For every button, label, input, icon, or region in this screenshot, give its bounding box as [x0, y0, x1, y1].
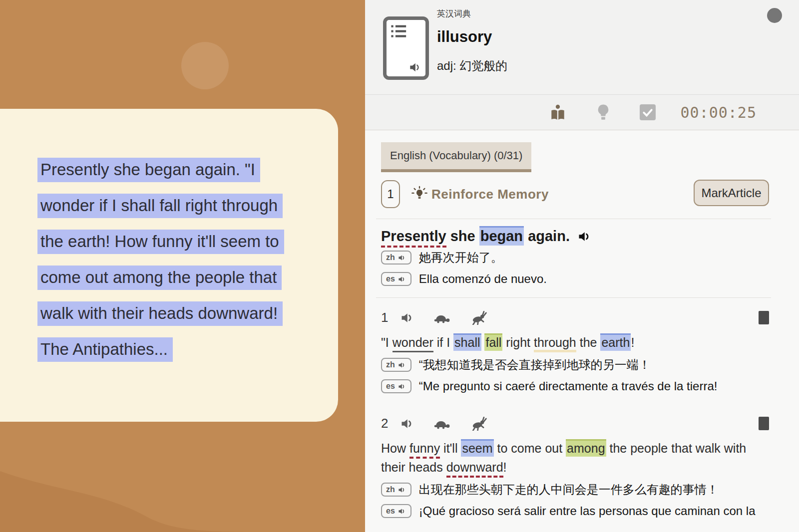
vocab-word[interactable]: earth	[600, 333, 631, 351]
vocab-word[interactable]: among	[566, 439, 606, 457]
reader-card: Presently she began again. "I wonder if …	[0, 109, 338, 422]
es-label: es	[386, 274, 395, 283]
turtle-icon[interactable]	[431, 311, 450, 325]
flashcard-icon[interactable]	[383, 16, 429, 80]
translation-row-es: es Ella comenzó de nuevo.	[381, 270, 771, 287]
sentence-item-1: 1	[381, 310, 771, 395]
lightbulb-icon[interactable]	[596, 104, 611, 121]
selected-text[interactable]: Presently she began again. "I	[37, 158, 260, 182]
es-label: es	[386, 507, 395, 516]
status-dot	[767, 8, 782, 23]
speaker-icon	[398, 275, 406, 283]
vocab-word[interactable]: funny	[409, 441, 440, 459]
reading-book-icon[interactable]	[549, 104, 567, 121]
zh-translation: 出现在那些头朝下走的人中间会是一件多么有趣的事情！	[419, 481, 719, 498]
check-square-icon[interactable]	[640, 104, 656, 120]
item-sentence: "I wonder if I shall fall right through …	[381, 333, 771, 352]
selected-text[interactable]: come out among the people that	[37, 266, 282, 290]
item-sentence: How funny it'll seem to come out among t…	[381, 439, 771, 477]
es-translation: ¡Qué gracioso será salir entre las perso…	[419, 503, 756, 520]
selected-text-line: walk with their heads downward!	[37, 301, 338, 326]
item-header: 2	[381, 416, 771, 431]
vocab-word[interactable]: shall	[453, 333, 481, 351]
selected-text-line: come out among the people that	[37, 266, 338, 290]
rabbit-icon[interactable]	[469, 311, 488, 325]
zh-label: zh	[386, 253, 395, 262]
vocab-word[interactable]: through	[534, 335, 576, 352]
zh-translation: 她再次开始了。	[419, 249, 503, 266]
reinforce-memory-label: Reinforce Memory	[431, 187, 549, 202]
sentence-speaker-icon[interactable]	[578, 230, 593, 243]
item-speaker-icon[interactable]	[400, 417, 415, 430]
item-header: 1	[381, 310, 771, 325]
round-counter[interactable]: 1	[381, 180, 400, 208]
zh-label: zh	[386, 360, 395, 369]
controls-row: 1 Reinforce Memory MarkArticle	[381, 180, 771, 209]
study-content: English (Vocabulary) (0/31) 1 Reinforce …	[365, 130, 799, 532]
headword: illusory	[437, 28, 507, 46]
es-translation: “Me pregunto si caeré directamente a tra…	[419, 378, 718, 395]
selected-text[interactable]: The Antipathies...	[37, 337, 173, 362]
translation-row-zh: zh 出现在那些头朝下走的人中间会是一件多么有趣的事情！	[381, 481, 771, 498]
zh-audio-badge[interactable]: zh	[381, 251, 411, 265]
item-speaker-icon[interactable]	[400, 311, 415, 324]
tab-english-vocabulary[interactable]: English (Vocabulary) (0/31)	[381, 142, 531, 172]
es-audio-badge[interactable]: es	[381, 379, 411, 393]
decorative-circle	[181, 42, 229, 89]
es-label: es	[386, 382, 395, 391]
speaker-icon	[398, 254, 406, 262]
translation-row-es: es “Me pregunto si caeré directamente a …	[381, 378, 771, 395]
item-number: 2	[381, 416, 388, 431]
vocab-word[interactable]: Presently	[381, 228, 446, 248]
selected-text-line: wonder if I shall fall right through	[37, 194, 338, 218]
vocab-word[interactable]: downward	[446, 460, 503, 478]
vocab-word[interactable]: seem	[461, 439, 493, 457]
app-window: Presently she began again. "I wonder if …	[0, 0, 799, 532]
es-audio-badge[interactable]: es	[381, 504, 411, 518]
speaker-icon	[398, 361, 406, 369]
decorative-wave	[0, 427, 365, 532]
rabbit-icon[interactable]	[469, 417, 488, 431]
vocab-word[interactable]: wonder	[393, 335, 433, 352]
study-pane: 英汉词典 illusory adj: 幻觉般的	[365, 0, 799, 532]
section-divider	[376, 297, 771, 298]
stop-playback-button[interactable]	[759, 417, 769, 430]
tab-active-underline	[381, 169, 531, 172]
main-sentence: Presently she began again.	[381, 228, 771, 245]
selected-text[interactable]: the earth! How funny it'll seem to	[37, 230, 284, 254]
vocab-word[interactable]: fall	[484, 333, 502, 351]
item-number: 1	[381, 310, 388, 325]
selected-text[interactable]: walk with their heads downward!	[37, 301, 283, 326]
stop-playback-button[interactable]	[759, 311, 769, 324]
translation-row-zh: zh 她再次开始了。	[381, 249, 771, 266]
study-toolbar: 00:00:25	[365, 95, 799, 130]
es-audio-badge[interactable]: es	[381, 272, 411, 286]
reader-pane: Presently she began again. "I wonder if …	[0, 0, 365, 532]
word-header: 英汉词典 illusory adj: 幻觉般的	[365, 0, 799, 95]
mark-article-button[interactable]: MarkArticle	[694, 180, 769, 206]
selected-text-line: the earth! How funny it'll seem to	[37, 230, 338, 254]
zh-translation: “我想知道我是否会直接掉到地球的另一端！	[419, 356, 651, 373]
vocab-word[interactable]: began	[479, 226, 524, 246]
zh-audio-badge[interactable]: zh	[381, 483, 411, 497]
speaker-icon	[398, 486, 406, 494]
translation-row-zh: zh “我想知道我是否会直接掉到地球的另一端！	[381, 356, 771, 373]
es-translation: Ella comenzó de nuevo.	[419, 270, 547, 287]
study-timer: 00:00:25	[681, 104, 757, 121]
reinforce-memory[interactable]: Reinforce Memory	[411, 186, 549, 203]
section-divider	[376, 219, 771, 219]
word-definition: adj: 幻觉般的	[437, 58, 507, 74]
bulb-rays-icon	[411, 186, 428, 203]
speaker-icon	[398, 383, 406, 390]
selected-text-line: Presently she began again. "I	[37, 158, 338, 182]
speaker-icon	[409, 61, 423, 73]
tab-label: English (Vocabulary) (0/31)	[381, 142, 531, 169]
translation-row-es: es ¡Qué gracioso será salir entre las pe…	[381, 503, 771, 520]
selected-text[interactable]: wonder if I shall fall right through	[37, 194, 283, 218]
turtle-icon[interactable]	[431, 417, 450, 431]
zh-label: zh	[386, 485, 395, 494]
sentence-item-2: 2	[381, 416, 771, 520]
speaker-icon	[398, 508, 406, 515]
word-header-text: 英汉词典 illusory adj: 幻觉般的	[437, 8, 507, 74]
zh-audio-badge[interactable]: zh	[381, 358, 411, 372]
